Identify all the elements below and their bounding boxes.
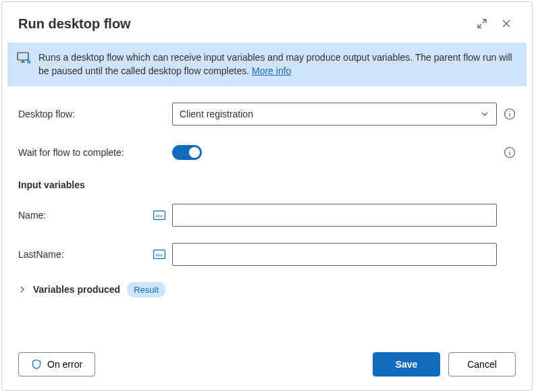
cancel-label: Cancel [467,359,497,370]
wait-for-flow-toggle[interactable] [172,145,202,160]
text-type-icon: Abc [153,250,169,259]
chevron-right-icon [18,285,26,293]
wait-for-flow-info-icon[interactable] [497,146,516,159]
save-label: Save [396,359,418,370]
desktop-flow-value: Client registration [180,109,480,119]
text-type-icon: Abc [153,211,169,220]
close-icon[interactable] [497,14,516,33]
svg-point-2 [509,111,510,111]
svg-text:Abc: Abc [155,252,163,258]
wait-for-flow-label: Wait for flow to complete: [18,147,153,158]
on-error-label: On error [47,359,82,370]
run-desktop-flow-dialog: Run desktop flow Runs a desktop flow whi… [1,1,533,391]
save-button[interactable]: Save [373,352,440,376]
input-name-row: Name: Abc [18,204,516,227]
dialog-title: Run desktop flow [18,16,467,32]
chevron-down-icon [480,109,489,119]
name-input[interactable] [172,204,497,227]
cancel-button[interactable]: Cancel [448,352,516,376]
desktop-flow-row: Desktop flow: Client registration [18,103,516,125]
toggle-knob [189,147,200,158]
info-banner: Runs a desktop flow which can receive in… [7,43,527,86]
desktop-flow-label: Desktop flow: [18,109,153,119]
svg-text:Abc: Abc [155,213,163,219]
desktop-flow-icon [17,52,30,78]
desktop-flow-select[interactable]: Client registration [172,103,497,125]
on-error-button[interactable]: On error [18,352,95,376]
svg-rect-0 [18,53,28,60]
dialog-footer: On error Save Cancel [2,340,532,390]
input-lastname-label: LastName: [18,249,153,260]
input-lastname-row: LastName: Abc [18,243,516,266]
shield-icon [31,359,42,370]
desktop-flow-info-icon[interactable] [497,108,516,120]
lastname-input[interactable] [172,243,497,266]
info-text-wrap: Runs a desktop flow which can receive in… [38,51,517,78]
dialog-header: Run desktop flow [2,2,532,43]
expand-icon[interactable] [473,14,491,33]
svg-point-4 [509,149,510,150]
wait-for-flow-row: Wait for flow to complete: [18,142,516,163]
more-info-link[interactable]: More info [252,65,291,76]
variables-produced-chip[interactable]: Result [127,282,165,298]
variables-produced-row[interactable]: Variables produced Result [18,282,516,298]
variables-produced-label: Variables produced [33,284,120,295]
input-vars-section-title: Input variables [18,179,516,190]
dialog-body: Desktop flow: Client registration Wait f… [2,86,532,340]
input-name-label: Name: [18,210,153,221]
